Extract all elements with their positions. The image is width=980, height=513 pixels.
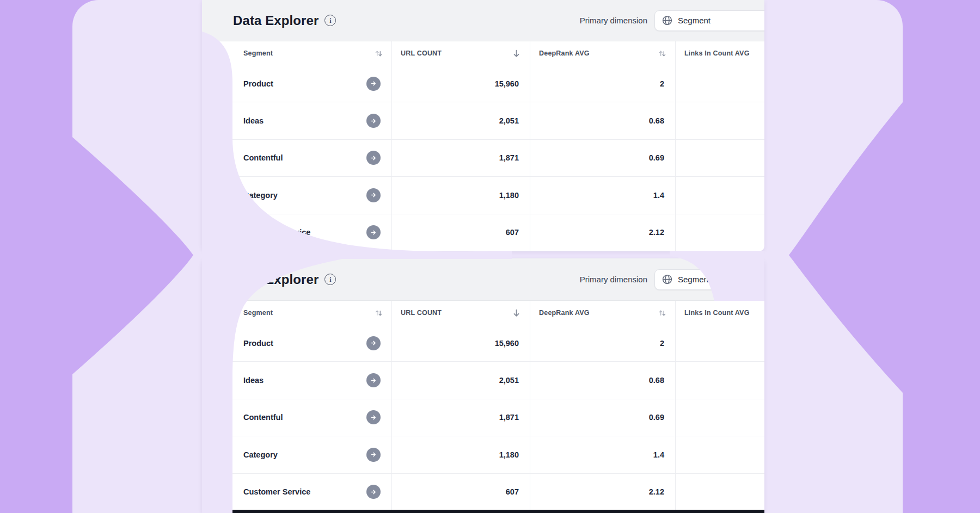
info-icon[interactable]: i — [324, 274, 336, 285]
table-row: Product 15,960 2 — [202, 65, 764, 102]
column-header-segment[interactable]: Segment — [202, 301, 391, 325]
dimension-select-value: Segment — [678, 16, 710, 25]
drilldown-arrow-button[interactable] — [366, 336, 381, 350]
table-header-row: Segment URL COUNT DeepRank AVG Links In … — [202, 301, 764, 325]
segment-cell: Contentful — [202, 140, 391, 176]
dimension-select[interactable]: Segment — [654, 10, 764, 31]
deeprank-cell: 1.4 — [530, 436, 675, 473]
table-row: Ideas 2,051 0.68 — [202, 102, 764, 139]
toolbar: Primary dimension Segment — [580, 10, 764, 31]
links-in-count-cell — [675, 436, 764, 473]
table-row: Category 1,180 1.4 — [202, 436, 764, 473]
column-label: Segment — [243, 309, 273, 317]
table-header-row: Segment URL COUNT DeepRank AVG Links In … — [202, 41, 764, 65]
deeprank-cell: 2.12 — [530, 214, 675, 251]
arrow-right-icon — [370, 450, 377, 459]
segment-label: Ideas — [243, 116, 264, 125]
segment-label: Contentful — [243, 153, 283, 162]
dimension-select[interactable]: Segment — [654, 269, 764, 290]
sort-desc-icon — [512, 308, 521, 318]
links-in-count-cell — [675, 102, 764, 139]
drilldown-arrow-button[interactable] — [366, 410, 381, 424]
table-row: Customer Service 607 2.12 — [202, 474, 764, 511]
segment-cell: Product — [202, 65, 391, 102]
deeprank-cell: 0.69 — [530, 140, 675, 176]
drilldown-arrow-button[interactable] — [366, 485, 381, 499]
column-label: Segment — [243, 50, 273, 57]
table-row: Product 15,960 2 — [202, 325, 764, 362]
column-label: URL COUNT — [401, 50, 442, 57]
url-count-cell: 2,051 — [391, 102, 530, 139]
table-body: Product 15,960 2 Ideas 2,051 0.68 Conten… — [202, 325, 764, 511]
table-row: Contentful 1,871 0.69 — [202, 140, 764, 177]
segment-cell: Contentful — [202, 399, 391, 436]
deeprank-cell: 1.4 — [530, 177, 675, 213]
url-count-cell: 2,051 — [391, 362, 530, 398]
column-header-segment[interactable]: Segment — [202, 41, 391, 65]
segment-cell: Ideas — [202, 362, 391, 398]
arrow-right-icon — [370, 191, 377, 199]
drilldown-arrow-button[interactable] — [366, 373, 381, 387]
segment-cell: Category — [202, 436, 391, 473]
column-header-url-count[interactable]: URL COUNT — [391, 301, 530, 325]
drilldown-arrow-button[interactable] — [366, 188, 381, 202]
segment-cell: Customer Service — [202, 214, 391, 251]
table-row: Category 1,180 1.4 — [202, 177, 764, 214]
bottom-toolbar-strip — [202, 510, 764, 513]
column-header-links-in-count-avg[interactable]: Links In Count AVG — [675, 301, 764, 325]
dimension-select-value: Segment — [678, 275, 710, 284]
url-count-cell: 1,871 — [391, 140, 530, 176]
url-count-cell: 15,960 — [391, 325, 530, 361]
links-in-count-cell — [675, 65, 764, 102]
segment-cell: Ideas — [202, 102, 391, 139]
drilldown-arrow-button[interactable] — [366, 151, 381, 165]
arrow-right-icon — [370, 488, 377, 496]
info-icon[interactable]: i — [324, 15, 336, 26]
url-count-cell: 607 — [391, 214, 530, 251]
column-header-deeprank-avg[interactable]: DeepRank AVG — [530, 41, 675, 65]
page-title: Data Explorer — [233, 272, 318, 287]
url-count-cell: 1,871 — [391, 399, 530, 436]
primary-dimension-label: Primary dimension — [580, 275, 647, 284]
globe-icon — [661, 15, 673, 26]
table-row: Customer Service 607 2.12 — [202, 214, 764, 251]
column-header-url-count[interactable]: URL COUNT — [391, 41, 530, 65]
column-header-links-in-count-avg[interactable]: Links In Count AVG — [675, 41, 764, 65]
segment-label: Product — [243, 339, 273, 348]
drilldown-arrow-button[interactable] — [366, 114, 381, 128]
table-row: Contentful 1,871 0.69 — [202, 399, 764, 436]
data-explorer-panel-bottom: Data Explorer i Primary dimension Segmen… — [202, 258, 764, 513]
toolbar: Primary dimension Segment — [580, 269, 764, 290]
column-label: URL COUNT — [401, 309, 442, 317]
links-in-count-cell — [675, 362, 764, 398]
panel-header-band: Data Explorer i Primary dimension Segmen… — [202, 258, 764, 301]
arrow-right-icon — [370, 154, 377, 162]
links-in-count-cell — [675, 399, 764, 436]
deeprank-cell: 2 — [530, 325, 675, 361]
column-label: Links In Count AVG — [684, 309, 750, 317]
sort-icon — [658, 309, 666, 317]
arrow-right-icon — [370, 228, 377, 237]
info-glyph: i — [329, 276, 331, 283]
column-header-deeprank-avg[interactable]: DeepRank AVG — [530, 301, 675, 325]
drilldown-arrow-button[interactable] — [366, 77, 381, 91]
deeprank-cell: 2 — [530, 65, 675, 102]
panel-header-band: Data Explorer i Primary dimension Segmen… — [202, 0, 764, 41]
table-row: Ideas 2,051 0.68 — [202, 362, 764, 399]
deeprank-cell: 0.68 — [530, 362, 675, 398]
page-title: Data Explorer — [233, 13, 318, 28]
drilldown-arrow-button[interactable] — [366, 225, 381, 239]
deeprank-cell: 0.68 — [530, 102, 675, 139]
info-glyph: i — [329, 17, 331, 24]
data-explorer-panel-top: Data Explorer i Primary dimension Segmen… — [202, 0, 764, 251]
links-in-count-cell — [675, 325, 764, 361]
url-count-cell: 607 — [391, 474, 530, 510]
deeprank-cell: 0.69 — [530, 399, 675, 436]
drilldown-arrow-button[interactable] — [366, 448, 381, 462]
segment-label: Customer Service — [243, 228, 310, 237]
column-label: DeepRank AVG — [539, 309, 590, 317]
segment-label: Category — [243, 191, 278, 200]
url-count-cell: 1,180 — [391, 436, 530, 473]
segment-label: Category — [243, 450, 278, 459]
sort-icon — [375, 309, 383, 317]
